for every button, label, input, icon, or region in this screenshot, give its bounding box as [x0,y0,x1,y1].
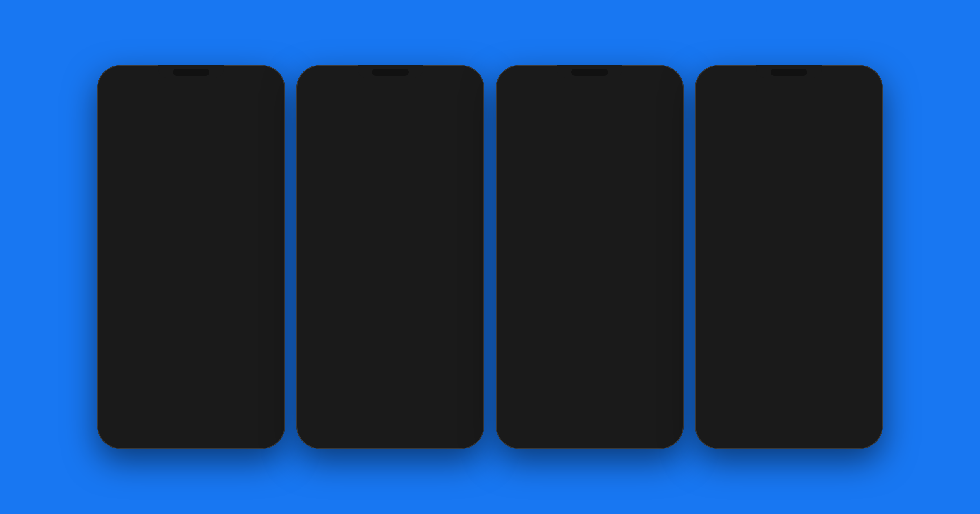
mini-close-button[interactable]: ✕ [468,410,474,418]
mini-close-3[interactable]: ✕ [668,410,673,418]
podcast-card-1[interactable]: 🎙 The Play Your Way Podcast [109,239,146,293]
mini-pause-3[interactable]: ⏸ [657,410,664,418]
soundbite-card-2[interactable]: 👨 Laundry Fail? Josh Sundquist [358,108,403,182]
audio-tab-music[interactable]: Music [194,203,207,216]
audio-tab-sports[interactable]: Sports [143,203,159,216]
audio-tab-your-audio[interactable]: Your audio [109,203,137,216]
signal-icon: ▂▄▆ [243,75,254,81]
room-host-3: Wednesday [600,158,643,163]
room-live-badge-3: LIVE [603,109,614,114]
happening-see-all[interactable]: See all [655,89,671,95]
nav-bell[interactable]: 🔔 [218,426,232,441]
follow-button-3[interactable]: 👥 Follow [803,241,836,251]
room-thumb-1: 🏈 LIVE 1.2K [508,107,551,150]
soundbite-card-1[interactable]: 👩‍🦱 Cool Girl Autumn? Drea KnowsBest [309,108,354,182]
pause-button[interactable]: ⏸ [249,194,257,199]
nav-watch[interactable]: ▶ [150,426,165,441]
tab-for-you[interactable]: For you [109,100,129,111]
phone1-screen: 11:34 ▂▄▆ 📶 🔋 Facebook Watch ⚙ 🔍 For you… [103,71,279,443]
create-button[interactable]: 🎙 Create [309,186,472,201]
nav-watch-3[interactable]: ▶ [548,426,563,441]
live-room-cards: 🏈 LIVE 1.2K Train Your Mind Like an Athl… [508,107,671,173]
phone1-bottom-nav: 🏠 ▶ 👥 🔔 ☰ [103,423,279,443]
rec-title-1: The Jordan Harbinger Show #561 [545,201,629,208]
mini-pause-4[interactable]: ⏸ [856,410,864,418]
nav-people-2[interactable]: 👥 [383,426,398,441]
live-banner: LIVE 🎙 1 🎧 9.2K ··· 👩 Thanks for having … [106,118,276,199]
nav-bell-2[interactable]: 🔔 [417,426,432,441]
room-type-2: Today · Audio room [554,169,597,173]
saved-subtitle: Listen to what you saved for later. [707,97,871,103]
saved-audio-section: Saved audio See all Listen to what you s… [701,83,877,175]
tab-live[interactable]: Live [135,100,146,111]
saved-card-1[interactable]: 🎵 45:46 Facebook Chill Lil Huddy Today ·… [707,107,748,170]
tab-audio[interactable]: Audio [174,100,190,111]
phone4-status-icons: ▂▄▆ 📶 🔋 [841,75,867,81]
saved-thumb-3: 🎙 [795,107,836,148]
saved-card-3[interactable]: 🎙 The Jordan Harbinger... The Jordan... … [795,107,836,170]
following-button-2[interactable]: 👥 Following [753,241,794,251]
saved-card-meta-2: Today · Podcast [751,166,792,170]
nav-watch-2[interactable]: ▶ [349,426,364,441]
live-mini-info-4: Latinx Hispanic Heritage ... 🎙 1 🎧 9.2K [723,408,853,419]
room-card-1[interactable]: 🏈 LIVE 1.2K Train Your Mind Like an Athl… [508,107,551,173]
nav-menu-4[interactable]: ☰ [849,426,864,441]
nav-menu-2[interactable]: ☰ [451,426,466,441]
nav-watch-4[interactable]: ▶ [748,426,762,441]
tab-following[interactable]: Following [196,100,220,111]
uptown-more[interactable]: ··· [861,264,872,275]
soundbite-img-3: 👩 [407,108,452,165]
rec-info-2: #1 Adaptive Athletes - We're Not Playing… [545,248,671,270]
podcast-card-title-1: The Play Your Way [109,277,146,289]
mini-pause-button[interactable]: ⏸ [458,410,465,418]
creators-scroll: 👩‍🦱 Drea KnowsBest 2.7K followers 👥 Foll… [707,201,871,251]
live-more-button[interactable]: ··· [260,123,271,134]
nav-home-2[interactable]: 🏠 [315,426,330,441]
uptown-name: Uptown Studios [724,267,764,273]
follow-icon-1: 👥 [716,243,722,249]
popular-see-all[interactable]: See all [455,218,472,224]
search-icon[interactable]: 🔍 [264,87,273,97]
soundbite-card-3[interactable]: 👩 Too Anxious Drink Coffe... Molly Burk.… [407,108,452,182]
nav-people-4[interactable]: 👥 [782,426,796,441]
mini-close-4[interactable]: ✕ [867,410,872,418]
gear-icon[interactable]: ⚙ [252,87,259,97]
saved-see-all[interactable]: See all [854,89,871,95]
nav-home[interactable]: 🏠 [116,426,131,441]
nav-bell-4[interactable]: 🔔 [815,426,830,441]
saved-remove-2[interactable]: ✕ [783,109,791,116]
volume-icon[interactable]: 🔊 [261,194,271,199]
podcast-thumb-1: 🎙 [109,239,146,275]
speaker-avatar: 👩 [175,137,207,170]
nav-home-3[interactable]: 🏠 [514,426,529,441]
nav-people[interactable]: 👥 [184,426,198,441]
caught-up-see-all[interactable]: See all [256,222,273,228]
uptown-follow[interactable]: · Follow [768,267,785,273]
nav-menu-3[interactable]: ☰ [650,426,665,441]
nav-menu[interactable]: ☰ [252,426,266,441]
nav-bell-3[interactable]: 🔔 [616,426,631,441]
saved-card-2[interactable]: ⚡ 56:16 ✕ Verse Five: Nirvana Electric E… [751,107,792,170]
rec-see-all[interactable]: See all [655,191,671,197]
creator-name-1: Drea KnowsBest [708,228,747,234]
popular-podcasts-section: Popular podcasts See all 🎙 #1 Adaptive A… [302,213,479,311]
nav-home-4[interactable]: 🏠 [714,426,728,441]
creators-more[interactable]: ··· [860,186,871,197]
podcast-cards: 🎙 The Play Your Way Podcast 🎯 The Jordan… [103,239,279,293]
mic-icon: 🎙 [377,191,383,197]
rec-more-2[interactable]: ··· [660,248,671,259]
saved-card-meta-1: Today · Audio room [707,160,748,164]
podcast-card-3[interactable]: 🎵 More Podcast [191,239,228,293]
tab-music[interactable]: Music [152,100,167,111]
podcast-row-info-2: Verse Five: Nirvana Latinx Hispanic Heri… [346,268,472,281]
audio-tab-podcasts[interactable]: Podcasts [165,203,187,216]
podcast-card-sub-1: Podcast [109,289,146,293]
room-card-3[interactable]: 📘 LIVE Facebook... Wednesday [600,107,643,173]
rec-more-1[interactable]: ··· [660,201,671,211]
room-card-2[interactable]: 🎵 LIVE 4.4K Putting Memories into Music … [554,107,597,173]
nav-people-3[interactable]: 👥 [582,426,597,441]
follow-button-1[interactable]: 👥 Follow [711,241,744,251]
podcast-card-2[interactable]: 🎯 The Jordan Harbinger Podcast [150,239,187,293]
saved-card-title-3: The Jordan Harbinger... [795,149,836,161]
soundbites-user-avatar[interactable]: 👤 [457,88,472,103]
